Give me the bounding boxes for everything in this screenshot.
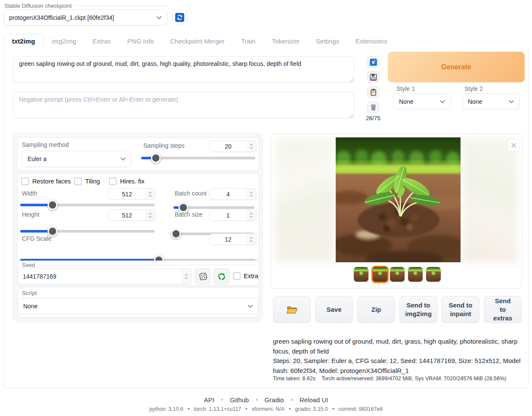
slider-thumb[interactable] — [47, 200, 57, 210]
seed-card: Seed 1441787169 — [17, 261, 259, 286]
tab-png-info[interactable]: PNG Info — [119, 34, 162, 48]
cfg-scale-input[interactable]: 12 — [209, 233, 257, 245]
random-seed-button[interactable] — [195, 268, 211, 284]
footer-links: API • Github • Gradio • Reload UI — [0, 396, 532, 404]
tab-txt2img[interactable]: txt2img — [3, 34, 43, 48]
gallery-thumbnail-1[interactable] — [354, 267, 368, 282]
sampling-method-select[interactable]: Euler a — [22, 151, 131, 167]
save-button[interactable]: Save — [315, 296, 353, 323]
send-to-extras-button[interactable]: Send to extras — [484, 296, 522, 323]
sampling-method-label: Sampling method — [22, 141, 69, 148]
send-to-img2img-button[interactable]: Send to img2img — [399, 296, 437, 323]
stable-diffusion-webui: Stable Diffusion checkpoint protogenX34O… — [0, 0, 532, 416]
footer-versions: python: 3.10.6 • torch: 1.13.1+cu117 • x… — [0, 406, 532, 412]
stepper-arrows[interactable] — [182, 269, 191, 284]
tab-tokenizer[interactable]: Tokenizer — [264, 34, 308, 48]
tab-extensions[interactable]: Extensions — [347, 34, 395, 48]
save-style-button[interactable] — [367, 71, 379, 83]
github-link[interactable]: Github — [230, 396, 249, 404]
stepper-arrows[interactable] — [247, 234, 256, 245]
close-icon — [511, 143, 517, 148]
tab-extras[interactable]: Extras — [84, 34, 119, 48]
gradio-link[interactable]: Gradio — [264, 396, 284, 404]
dimensions-card: Restore faces Tiling Hires. fix Width 51… — [17, 174, 259, 260]
height-slider[interactable] — [20, 230, 155, 233]
tab-img2img[interactable]: img2img — [43, 34, 84, 48]
cfg-scale-value: 12 — [210, 234, 247, 245]
folder-icon — [286, 305, 298, 315]
hires-fix-checkbox[interactable] — [109, 177, 117, 185]
open-output-folder-button[interactable] — [273, 296, 311, 323]
style1-select[interactable]: None — [393, 93, 451, 109]
token-counter: 26/75 — [365, 115, 381, 121]
stepper-arrows[interactable] — [247, 189, 256, 199]
chevron-down-icon — [156, 16, 162, 19]
sampling-steps-slider[interactable] — [141, 157, 255, 159]
width-input[interactable]: 512 — [108, 188, 155, 200]
batch-size-input[interactable]: 1 — [209, 209, 257, 221]
gallery-thumbnail-3[interactable] — [390, 267, 405, 282]
stepper-arrows[interactable] — [247, 210, 256, 220]
gallery-thumbnail-4[interactable] — [408, 267, 423, 282]
slider-thumb[interactable] — [151, 153, 161, 163]
paste-generation-params-button[interactable] — [367, 56, 379, 68]
height-input[interactable]: 512 — [108, 209, 155, 221]
batch-count-slider[interactable] — [173, 206, 254, 209]
zip-button[interactable]: Zip — [357, 296, 395, 323]
tiling-checkbox[interactable] — [74, 177, 82, 185]
gallery-preview-right — [462, 137, 517, 262]
width-label: Width — [22, 190, 37, 197]
prompt-input[interactable]: green sapling rowing out of ground, mud,… — [13, 56, 354, 83]
parameters-panel: Sampling method Euler a Sampling steps 2… — [12, 133, 263, 322]
batch-count-value: 4 — [210, 189, 247, 199]
label-rule — [75, 6, 168, 6]
script-select[interactable]: None — [18, 298, 259, 314]
reuse-seed-button[interactable] — [213, 268, 229, 284]
apply-style-button[interactable] — [367, 86, 379, 98]
sampling-steps-input[interactable]: 20 — [209, 140, 257, 152]
tab-train[interactable]: Train — [233, 34, 264, 48]
width-slider[interactable] — [20, 204, 155, 206]
stepper-arrows[interactable] — [145, 189, 155, 199]
clear-prompt-button[interactable] — [367, 101, 379, 113]
style1-value: None — [399, 98, 413, 105]
generate-button[interactable]: Generate — [388, 52, 525, 82]
tab-settings[interactable]: Settings — [308, 34, 347, 48]
gallery-thumbnail-5[interactable] — [426, 267, 441, 282]
checkpoint-select[interactable]: protogenX34OfficialR_1.ckpt [60fe2f34] — [3, 9, 167, 25]
api-link[interactable]: API — [204, 396, 214, 404]
restore-faces-checkbox[interactable] — [21, 177, 29, 185]
send-to-inpaint-button[interactable]: Send to inpaint — [442, 296, 479, 323]
label-rule — [38, 265, 255, 265]
reload-ui-link[interactable]: Reload UI — [300, 396, 328, 404]
time-taken-text: Time taken: 8.62s — [273, 376, 315, 382]
stepper-arrows[interactable] — [145, 210, 155, 220]
slider-thumb[interactable] — [171, 229, 181, 239]
chevron-up-icon — [185, 274, 188, 276]
bullet-separator: • — [256, 397, 257, 403]
checkpoint-label: Stable Diffusion checkpoint — [4, 3, 168, 9]
dice-icon — [198, 272, 208, 281]
negative-prompt-input[interactable] — [13, 92, 354, 118]
clipboard-icon — [369, 88, 377, 96]
trash-icon — [369, 103, 377, 112]
bullet-separator: • — [221, 397, 223, 403]
stepper-arrows[interactable] — [247, 141, 256, 152]
refresh-checkpoint-button[interactable] — [172, 10, 187, 25]
gallery-thumbnail-2-selected[interactable] — [371, 266, 389, 283]
style2-select[interactable]: None — [462, 93, 520, 109]
chevron-down-icon — [247, 304, 253, 308]
close-gallery-button[interactable] — [507, 139, 520, 151]
seed-input[interactable]: 1441787169 — [18, 268, 192, 284]
generated-image[interactable] — [336, 137, 461, 262]
extra-seed-checkbox[interactable] — [233, 272, 241, 280]
batch-count-input[interactable]: 4 — [209, 188, 257, 200]
result-gallery — [271, 133, 522, 289]
main-tabbar: txt2img img2img Extras PNG Info Checkpoi… — [3, 33, 529, 48]
style1-label: Style 1 — [396, 85, 415, 92]
refresh-icon — [175, 12, 185, 22]
tab-checkpoint-merger[interactable]: Checkpoint Merger — [162, 34, 233, 48]
chevron-down-icon — [250, 240, 253, 242]
script-card: Script None — [17, 287, 259, 317]
restore-faces-label: Restore faces — [32, 178, 71, 185]
